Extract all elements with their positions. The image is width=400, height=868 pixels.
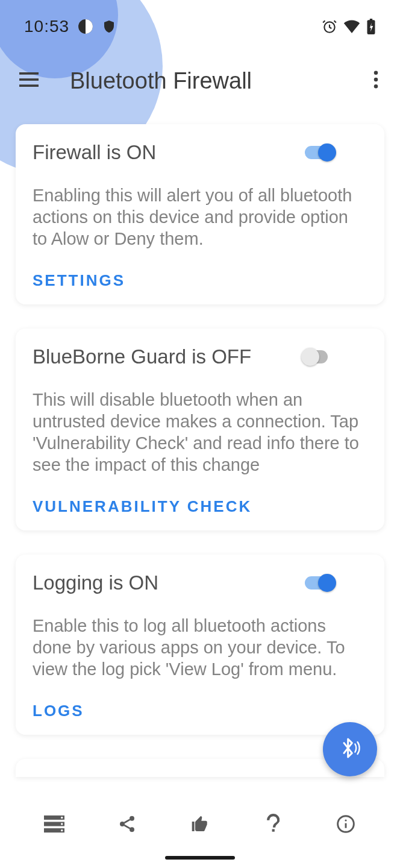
- logging-switch[interactable]: [305, 575, 336, 591]
- nav-storage[interactable]: [36, 807, 72, 843]
- battery-charging-icon: [366, 19, 376, 34]
- question-icon: [266, 814, 280, 837]
- svg-point-9: [374, 84, 378, 89]
- svg-point-7: [374, 71, 378, 75]
- dual-sim-icon: [78, 19, 93, 34]
- svg-point-13: [61, 817, 63, 819]
- info-icon: [336, 814, 355, 836]
- blueborne-card: BlueBorne Guard is OFF This will disable…: [16, 329, 384, 530]
- svg-point-15: [61, 829, 63, 831]
- firewall-card-title: Firewall is ON: [33, 141, 156, 164]
- share-icon: [117, 814, 137, 837]
- app-bar: Bluetooth Firewall: [0, 53, 400, 108]
- storage-icon: [44, 815, 64, 835]
- status-time: 10:53: [24, 17, 69, 36]
- status-bar: 10:53: [0, 0, 400, 53]
- blueborne-card-title: BlueBorne Guard is OFF: [33, 345, 251, 368]
- svg-point-21: [345, 819, 346, 821]
- svg-point-16: [130, 816, 134, 821]
- blueborne-switch[interactable]: [305, 349, 336, 365]
- menu-button[interactable]: [10, 61, 48, 100]
- content-area: Firewall is ON Enabling this will alert …: [0, 108, 400, 777]
- logging-card-desc: Enable this to log all bluetooth actions…: [33, 615, 367, 680]
- svg-rect-6: [19, 84, 39, 87]
- logging-card: Logging is ON Enable this to log all blu…: [16, 555, 384, 735]
- firewall-card-desc: Enabling this will alert you of all blue…: [33, 184, 367, 250]
- thumbs-up-icon: [190, 814, 210, 836]
- hamburger-icon: [19, 72, 39, 89]
- nav-help[interactable]: [255, 807, 291, 843]
- firewall-card: Firewall is ON Enabling this will alert …: [16, 124, 384, 304]
- vulnerability-check-button[interactable]: VULNERABILITY CHECK: [33, 497, 367, 516]
- svg-point-17: [120, 822, 125, 826]
- svg-rect-3: [370, 19, 372, 20]
- alarm-icon: [322, 19, 337, 34]
- svg-point-18: [130, 827, 134, 832]
- shield-icon: [102, 19, 116, 34]
- app-title: Bluetooth Firewall: [70, 68, 252, 94]
- nav-info[interactable]: [328, 807, 364, 843]
- nav-like[interactable]: [182, 807, 218, 843]
- svg-rect-5: [19, 78, 39, 81]
- bluetooth-radar-icon: [338, 736, 362, 763]
- overflow-button[interactable]: [361, 61, 390, 100]
- svg-rect-4: [19, 72, 39, 75]
- more-vert-icon: [373, 71, 378, 91]
- wifi-icon: [343, 20, 360, 33]
- logs-button[interactable]: LOGS: [33, 702, 367, 720]
- bottom-nav: [0, 804, 400, 846]
- navigation-pill[interactable]: [165, 856, 235, 860]
- nav-share[interactable]: [109, 807, 145, 843]
- firewall-switch[interactable]: [305, 145, 336, 160]
- svg-point-8: [374, 78, 378, 82]
- bluetooth-radar-fab[interactable]: [323, 722, 377, 776]
- blueborne-card-desc: This will disable bluetooth when an untr…: [33, 389, 367, 476]
- logging-card-title: Logging is ON: [33, 571, 158, 594]
- firewall-settings-button[interactable]: SETTINGS: [33, 271, 367, 290]
- svg-point-14: [61, 823, 63, 825]
